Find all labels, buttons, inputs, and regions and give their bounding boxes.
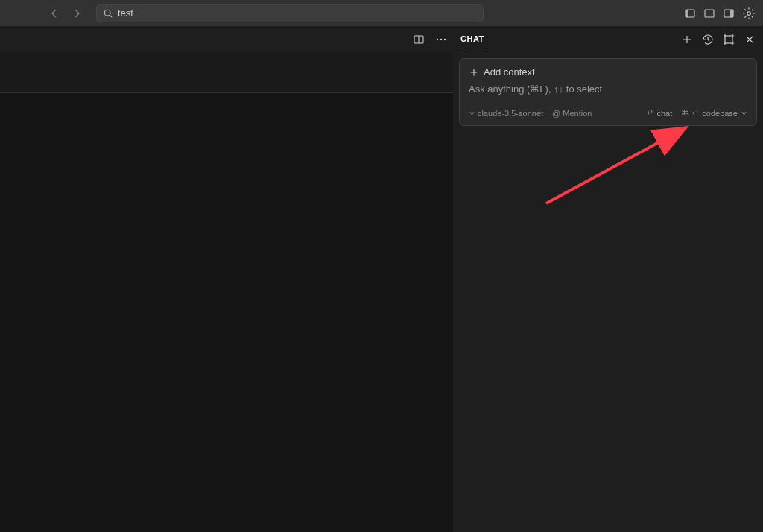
main-area: CHAT Add contex <box>0 26 763 532</box>
more-icon[interactable] <box>435 34 447 45</box>
history-icon[interactable] <box>702 34 714 45</box>
forward-arrow-icon[interactable] <box>71 7 83 19</box>
panel-right-icon[interactable] <box>723 7 735 19</box>
chat-submit-button[interactable]: ↵ chat <box>647 108 672 118</box>
cmd-icon: ⌘ <box>681 108 689 118</box>
enter-icon: ↵ <box>647 108 653 118</box>
editor-body[interactable] <box>0 93 453 532</box>
mention-button[interactable]: @ Mention <box>552 109 592 118</box>
panel-left-icon[interactable] <box>684 7 696 19</box>
chat-tab[interactable]: CHAT <box>460 34 484 48</box>
svg-rect-12 <box>725 36 732 43</box>
svg-point-9 <box>437 38 438 39</box>
chevron-down-icon <box>741 110 747 116</box>
enter-icon-2: ↵ <box>692 108 699 118</box>
plus-icon[interactable] <box>681 34 693 45</box>
model-name: claude-3.5-sonnet <box>478 109 543 118</box>
editor-tab-area <box>0 52 453 93</box>
panel-bottom-icon[interactable] <box>703 7 715 19</box>
chat-header-actions <box>681 34 756 45</box>
titlebar-right-controls <box>684 7 756 20</box>
nav-arrows <box>48 7 83 19</box>
chat-input[interactable]: Ask anything (⌘L), ↑↓ to select <box>469 83 747 95</box>
search-icon <box>103 8 113 19</box>
codebase-button[interactable]: ⌘↵ codebase <box>681 108 747 118</box>
svg-rect-3 <box>705 10 714 17</box>
gear-icon[interactable] <box>742 7 756 20</box>
add-context-label: Add context <box>484 66 535 77</box>
close-icon[interactable] <box>744 34 756 45</box>
editor-area <box>0 26 453 532</box>
chat-input-container: Add context Ask anything (⌘L), ↑↓ to sel… <box>459 58 757 126</box>
svg-rect-2 <box>686 10 688 17</box>
chat-btn-label: chat <box>656 109 672 118</box>
split-editor-icon[interactable] <box>413 34 425 45</box>
svg-point-0 <box>104 10 110 16</box>
chat-panel: CHAT Add contex <box>453 26 763 532</box>
svg-point-11 <box>444 38 446 39</box>
svg-point-10 <box>440 38 442 39</box>
back-arrow-icon[interactable] <box>48 7 60 19</box>
model-selector[interactable]: claude-3.5-sonnet <box>469 109 543 118</box>
svg-rect-5 <box>730 10 733 17</box>
chat-input-footer: claude-3.5-sonnet @ Mention ↵ chat ⌘↵ co… <box>469 108 747 118</box>
search-text: test <box>118 7 133 19</box>
svg-point-6 <box>747 11 751 15</box>
add-icon <box>469 67 479 77</box>
chat-header: CHAT <box>453 26 763 52</box>
editor-top-bar <box>0 26 453 52</box>
add-context-button[interactable]: Add context <box>469 66 747 77</box>
expand-icon[interactable] <box>723 34 735 45</box>
search-input[interactable]: test <box>96 4 484 22</box>
titlebar: test <box>0 0 763 26</box>
chevron-down-icon <box>469 110 475 116</box>
codebase-btn-label: codebase <box>702 109 738 118</box>
